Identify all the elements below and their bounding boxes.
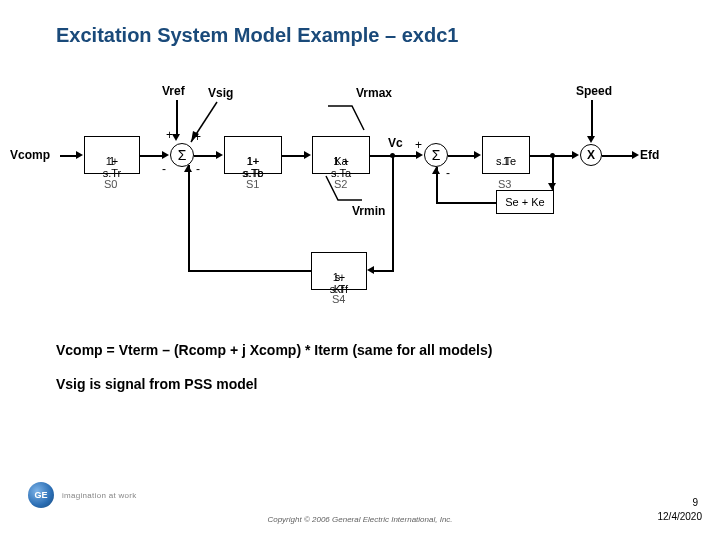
arrow-icon [416,151,423,159]
block-s0: 1 1+ s.Tr [84,136,140,174]
ge-logo-icon: GE [28,482,54,508]
arrow-icon [587,136,595,143]
arrow-icon [432,167,440,174]
copyright: Copyright © 2006 General Electric Intern… [267,515,452,524]
equation-vsig: Vsig is signal from PSS model [56,376,258,392]
arrow-icon [632,151,639,159]
label-speed: Speed [576,84,612,98]
label-efd: Efd [640,148,659,162]
arrow-icon [216,151,223,159]
arrow-icon [172,134,180,141]
mult-junction: X [580,144,602,166]
page-number: 9 [692,497,698,508]
arrow-icon [162,151,169,159]
arrow-icon [76,151,83,159]
tagline: imagination at work [62,491,137,500]
arrow-icon [548,183,556,190]
footer-date: 12/4/2020 [658,511,703,522]
block-s1: 1+ s.Tc 1+ s.Tb [224,136,282,174]
label-vcomp: Vcomp [10,148,50,162]
block-diagram: Vcomp 1 1+ s.Tr S0 Σ - + + - Vref Vsig [60,80,660,300]
block-s4: s. Kf 1+ s.Tf [311,252,367,290]
label-s3: S3 [498,178,511,190]
sign-minus: - [446,166,450,180]
equation-vcomp: Vcomp = Vterm – (Rcomp + j Xcomp) * Iter… [56,342,492,358]
label-s4: S4 [332,293,345,305]
label-s1: S1 [246,178,259,190]
label-vrmin: Vrmin [352,204,385,218]
label-vsig: Vsig [208,86,233,100]
footer: GE imagination at work Copyright © 2006 … [0,482,720,526]
sign-minus: - [162,162,166,176]
label-vrmax: Vrmax [356,86,392,100]
label-vref: Vref [162,84,185,98]
sign-minus: - [196,162,200,176]
sign-plus: + [415,138,422,152]
page-title: Excitation System Model Example – exdc1 [56,24,458,47]
arrow-icon [367,266,374,274]
block-se-ke: Se + Ke [496,190,554,214]
slide: Excitation System Model Example – exdc1 … [0,0,720,540]
arrow-icon [572,151,579,159]
logo-wrap: GE imagination at work [28,482,137,508]
label-vc: Vc [388,136,403,150]
sum-junction-2: Σ [424,143,448,167]
label-s0: S0 [104,178,117,190]
block-s3: 1 s.Te [482,136,530,174]
arrow-icon [474,151,481,159]
arrow-icon [184,165,192,172]
